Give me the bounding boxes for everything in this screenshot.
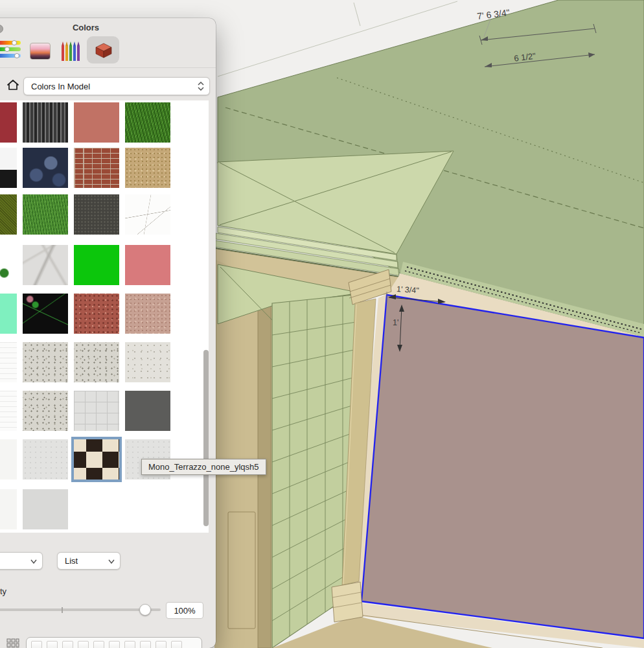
colors-panel: Colors xyxy=(0,18,216,648)
dimension-text: 1' xyxy=(393,318,398,327)
view-mode-dropdown-value: List xyxy=(65,556,108,566)
swatch-white-b[interactable] xyxy=(0,489,17,529)
panel-titlebar[interactable]: Colors xyxy=(0,18,216,36)
swatch-mono-terrazzo[interactable] xyxy=(74,439,119,480)
opacity-slider[interactable] xyxy=(0,603,161,616)
strip-swatch[interactable] xyxy=(171,641,182,648)
slider-track[interactable] xyxy=(0,608,161,611)
close-button[interactable] xyxy=(0,25,3,33)
scrollbar-thumb[interactable] xyxy=(203,350,209,526)
swatch-terrazzo-a[interactable] xyxy=(23,342,68,382)
color-pencils-icon[interactable] xyxy=(60,40,80,62)
selected-face[interactable] xyxy=(362,295,644,638)
color-sliders-icon[interactable] xyxy=(0,40,22,60)
strip-swatch[interactable] xyxy=(47,641,58,648)
swatch-asphalt[interactable] xyxy=(74,194,119,235)
swatch-aquamarine[interactable] xyxy=(0,294,17,334)
swatch-gray-light-a[interactable] xyxy=(23,439,68,480)
swatch-terrazzo-c[interactable] xyxy=(125,342,170,382)
swatch-branches[interactable] xyxy=(125,194,170,235)
strip-swatch[interactable] xyxy=(155,641,167,648)
swatch-night-foliage[interactable] xyxy=(23,294,68,334)
swatch-moss[interactable] xyxy=(0,194,17,235)
strip-swatch[interactable] xyxy=(109,641,120,648)
swatch-terrazzo-b[interactable] xyxy=(74,342,119,382)
collection-dropdown-value: Colors In Model xyxy=(31,82,198,91)
swatch-paper-a[interactable] xyxy=(0,342,17,382)
opacity-value-field[interactable]: 100% xyxy=(166,602,203,619)
swatch-green-bright[interactable] xyxy=(74,245,119,285)
swatch-brick-red[interactable] xyxy=(74,148,119,188)
view-mode-dropdown[interactable]: List xyxy=(57,552,121,570)
swatch-grass-dark[interactable] xyxy=(125,102,170,143)
chevron-down-icon xyxy=(30,559,37,564)
swatch-photo-bw[interactable] xyxy=(0,148,17,188)
recent-swatches-strip xyxy=(26,637,202,648)
strip-swatch[interactable] xyxy=(78,641,89,648)
image-palettes-icon[interactable] xyxy=(30,43,51,60)
swatch-red[interactable] xyxy=(0,102,17,143)
mode-toolbar xyxy=(0,35,216,68)
panel-title: Colors xyxy=(73,23,99,32)
strip-swatch[interactable] xyxy=(140,641,151,648)
swatch-rose[interactable] xyxy=(125,245,170,285)
swatch-gray-light-c[interactable] xyxy=(23,489,68,529)
home-button[interactable] xyxy=(6,79,21,93)
strip-swatch[interactable] xyxy=(93,641,104,648)
swatch-salmon[interactable] xyxy=(74,102,119,143)
swatch-metal-siding[interactable] xyxy=(23,102,68,143)
dimension-text: 1' 3/4" xyxy=(397,284,420,295)
swatch-paper-b[interactable] xyxy=(0,391,17,431)
chevron-down-icon xyxy=(108,559,115,564)
strip-swatch[interactable] xyxy=(31,641,42,648)
slider-thumb[interactable] xyxy=(139,604,151,616)
swatch-stucco-pink[interactable] xyxy=(125,294,170,334)
palette-grid-icon[interactable] xyxy=(6,638,19,648)
swatch-terrazzo-d[interactable] xyxy=(23,391,68,431)
opacity-label: Opacity xyxy=(0,586,6,596)
strip-swatch[interactable] xyxy=(124,641,135,648)
palette-dropdown[interactable] xyxy=(0,552,43,570)
swatch-white-a[interactable] xyxy=(0,439,17,480)
swatch-gravel-red[interactable] xyxy=(74,294,119,334)
swatch-gray-dark[interactable] xyxy=(125,391,170,431)
swatch-foliage-sparse[interactable] xyxy=(0,245,17,285)
chevron-up-down-icon xyxy=(198,82,204,91)
collection-dropdown[interactable]: Colors In Model xyxy=(23,77,210,95)
swatch-marble[interactable] xyxy=(23,245,68,285)
swatch-tile-white[interactable] xyxy=(74,391,119,431)
swatch-grass-bright[interactable] xyxy=(23,194,68,235)
strip-swatch[interactable] xyxy=(62,641,73,648)
swatch-sand[interactable] xyxy=(125,148,170,188)
swatch-photo-people[interactable] xyxy=(23,148,68,188)
brick-icon xyxy=(93,41,114,59)
texture-palettes-selected[interactable] xyxy=(87,36,119,64)
swatch-tooltip: Mono_Terrazzo_none_ylqsh5 xyxy=(141,459,266,475)
slider-tick xyxy=(62,607,63,613)
